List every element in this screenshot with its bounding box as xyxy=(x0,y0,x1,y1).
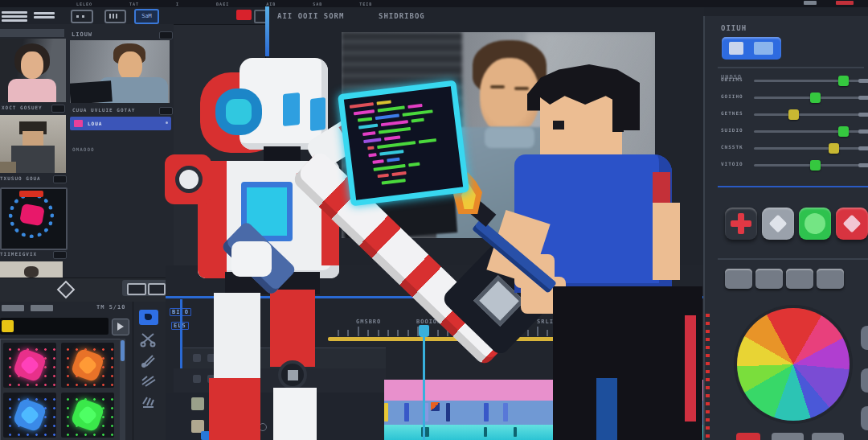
effect-swatch-green-burst[interactable] xyxy=(61,393,114,438)
ruler-tick xyxy=(407,330,409,336)
bottom-button[interactable] xyxy=(812,433,844,440)
slider-track-cnsstk[interactable] xyxy=(754,147,866,150)
clip-label: XOCT GOSUEY xyxy=(2,105,43,110)
code-token xyxy=(367,146,374,150)
table-edge xyxy=(0,162,16,173)
side-scroll-button[interactable] xyxy=(861,368,868,393)
tab-chip[interactable] xyxy=(31,305,53,311)
slider-end-stub xyxy=(858,113,868,117)
toggle-option-b[interactable] xyxy=(754,42,773,55)
menu-item[interactable]: TAT xyxy=(129,2,139,6)
preset-button[interactable] xyxy=(755,269,783,289)
bottom-button[interactable] xyxy=(772,433,804,440)
slider-end-stub xyxy=(858,163,868,167)
slider-track-obiims[interactable] xyxy=(754,80,866,82)
clip-marker[interactable] xyxy=(514,427,517,437)
effect-thumbnail-frame[interactable] xyxy=(0,187,68,250)
bin-selected-row[interactable]: LOUA xyxy=(70,117,171,130)
dual-monitor-button[interactable] xyxy=(122,280,169,296)
menu-item[interactable]: SAB xyxy=(313,2,322,6)
grid-scrollbar[interactable] xyxy=(120,339,125,440)
menu-icon[interactable] xyxy=(2,10,27,23)
color-wheel[interactable] xyxy=(737,308,850,421)
preset-button[interactable] xyxy=(725,269,752,289)
bin-header-icon[interactable] xyxy=(159,31,173,39)
bars-button[interactable] xyxy=(104,10,126,23)
slider-handle[interactable] xyxy=(810,93,821,103)
selection-tool-button[interactable] xyxy=(139,310,158,325)
track-toggle[interactable] xyxy=(191,397,204,410)
slider-handle[interactable] xyxy=(810,160,821,171)
search-bar[interactable] xyxy=(0,318,108,335)
clip-marker[interactable] xyxy=(404,403,409,421)
scissors-icon[interactable] xyxy=(140,331,158,347)
window-control-close[interactable] xyxy=(836,1,854,5)
menu-item[interactable]: I xyxy=(176,2,179,6)
slider-end-stub xyxy=(858,130,868,134)
toggle-option-a[interactable] xyxy=(729,42,743,55)
slider-handle[interactable] xyxy=(829,143,839,154)
slider-track-goiiho[interactable] xyxy=(754,97,866,99)
code-token xyxy=(376,101,391,105)
bin-preview-thumbnail[interactable] xyxy=(70,40,170,103)
window-control-minimize[interactable] xyxy=(804,1,817,5)
razor-tool-icon[interactable] xyxy=(140,372,158,389)
track-toggle[interactable] xyxy=(193,354,201,362)
slider-track-vitoio[interactable] xyxy=(754,164,866,167)
marker-button[interactable] xyxy=(836,208,868,240)
slider-label: SUIDIO xyxy=(721,127,743,133)
cursor-icon xyxy=(145,314,152,320)
playhead-handle[interactable] xyxy=(419,325,429,337)
menu-item[interactable]: TEIB xyxy=(359,2,372,6)
slider-handle[interactable] xyxy=(838,76,849,86)
snap-button[interactable]: SaM xyxy=(134,9,159,24)
side-scroll-button[interactable] xyxy=(861,406,868,430)
clip-marker[interactable] xyxy=(446,403,450,421)
effects-counter: tm 5/10 xyxy=(96,304,126,310)
clip-marker[interactable] xyxy=(484,427,487,437)
preset-button[interactable] xyxy=(786,269,813,289)
robot-earpiece-core xyxy=(226,99,252,125)
slider-handle[interactable] xyxy=(788,109,799,120)
hand-tool-icon[interactable] xyxy=(140,394,158,410)
record-indicator[interactable] xyxy=(236,10,252,20)
row-more-icon[interactable] xyxy=(166,121,168,124)
tab-chip[interactable] xyxy=(2,305,24,311)
ruler-tick xyxy=(527,330,529,336)
clip-marker[interactable] xyxy=(503,403,508,421)
menu-item[interactable]: AIB xyxy=(266,2,276,6)
bars-icon xyxy=(109,14,111,19)
code-token xyxy=(358,124,378,130)
bottom-button-red[interactable] xyxy=(736,433,760,440)
clip-thumbnail-guest[interactable] xyxy=(0,261,63,278)
dots-button[interactable] xyxy=(71,10,93,23)
slider-track-suidio[interactable] xyxy=(754,130,866,133)
clip-thumbnail-anchor[interactable] xyxy=(0,39,66,102)
man-eyebrow xyxy=(490,85,505,88)
play-effect-button[interactable] xyxy=(112,319,129,335)
ruler-tick xyxy=(437,330,439,336)
add-button[interactable] xyxy=(725,208,757,240)
slider-label: VITOIO xyxy=(721,161,743,167)
menu-item[interactable]: BAEI xyxy=(216,2,229,6)
menu-item[interactable]: LELEO xyxy=(76,2,92,6)
list-icon[interactable] xyxy=(34,10,55,20)
clip-thumbnail-interview[interactable] xyxy=(0,115,66,173)
view-toggle[interactable] xyxy=(722,37,781,60)
clip-marker[interactable] xyxy=(484,403,489,421)
bin-header: LIOUW xyxy=(72,31,92,38)
effect-swatch-pink-burst[interactable] xyxy=(3,343,56,388)
diamond-button[interactable] xyxy=(762,208,794,240)
track-toggle[interactable] xyxy=(193,375,201,383)
ruler-tick xyxy=(547,330,548,336)
slider-handle[interactable] xyxy=(838,126,849,137)
playhead-line[interactable] xyxy=(423,337,425,440)
effect-swatch-orange-burst[interactable] xyxy=(61,343,114,388)
side-scroll-button[interactable] xyxy=(861,326,868,350)
preset-button[interactable] xyxy=(817,269,844,289)
slider-track-getnes[interactable] xyxy=(754,113,866,116)
effect-swatch-blue-burst[interactable] xyxy=(3,393,56,438)
record-button[interactable] xyxy=(799,208,831,240)
clip-marker[interactable] xyxy=(384,403,388,421)
brush-tool-icon[interactable] xyxy=(140,352,158,368)
